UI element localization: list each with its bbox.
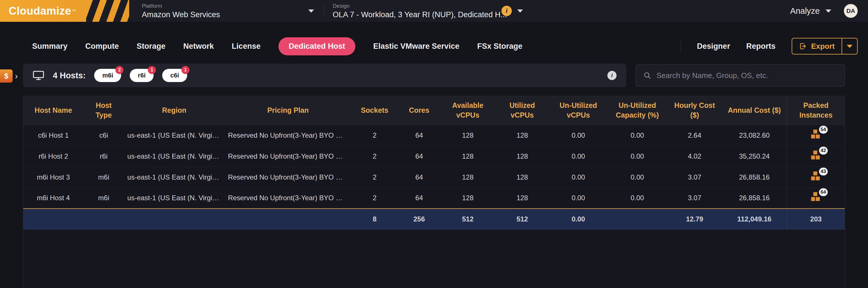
tab-compute[interactable]: Compute [85,37,119,55]
tab-network[interactable]: Network [183,37,214,55]
column-header-sockets[interactable]: Sockets [352,96,398,125]
totals-empty-cell [23,209,352,229]
user-avatar[interactable]: DA [844,4,858,18]
column-header-pricing-plan[interactable]: Pricing Plan [224,96,352,125]
design-selector[interactable]: Design OLA 7 - Workload, 3 Year RI (NUP)… [333,3,493,19]
reports-link[interactable]: Reports [746,42,776,51]
totals-utilized-vcpus: 512 [495,209,550,229]
pill-label: m6i [102,72,113,79]
chevron-right-icon[interactable]: › [15,72,18,80]
table-row[interactable]: m6i Host 3 m6i us-east-1 (US East (N. Vi… [23,167,845,188]
column-header-annual-cost[interactable]: Annual Cost ($) [722,96,787,125]
hosts-count-label: 4 Hosts: [53,71,86,80]
cost-panel-toggle[interactable]: $ › [0,69,18,83]
cell-packed-instances[interactable]: 43 [787,167,845,188]
analyze-menu[interactable]: Analyze [790,6,820,16]
dollar-icon[interactable]: $ [0,69,12,83]
cell-pricing-plan: Reserved No Upfront(3-Year) BYO MSFT... [224,188,352,209]
totals-unutilized-vcpus: 0.00 [549,209,607,229]
cell-host-name: m6i Host 3 [23,167,84,188]
export-label: Export [811,42,835,51]
cell-unutilized-vcpus: 0.00 [549,146,607,167]
column-header-unutilized-capacity[interactable]: Un-Utilized Capacity (%) [607,96,668,125]
cell-host-type: c6i [84,125,124,146]
table-header-row: Host Name Host Type Region Pricing Plan … [23,96,845,125]
cell-cores: 64 [398,167,441,188]
host-monitor-icon [33,70,44,80]
platform-selector[interactable]: Platform Amazon Web Services [142,3,314,19]
tab-dedicated-host[interactable]: Dedicated Host [278,37,355,55]
pill-count-badge: 1 [181,66,189,74]
cell-host-type: m6i [84,188,124,209]
column-header-utilized-vcpus[interactable]: Utilized vCPUs [495,96,550,125]
cell-host-name: m6i Host 4 [23,188,84,209]
cell-annual-cost: 26,858.16 [722,167,787,188]
cell-cores: 64 [398,125,441,146]
cell-region: us-east-1 (US East (N. Virginia)) [124,188,225,209]
cell-host-name: r6i Host 2 [23,146,84,167]
cell-hourly-cost: 2.64 [668,125,722,146]
column-header-host-type[interactable]: Host Type [84,96,124,125]
designer-link[interactable]: Designer [697,42,730,51]
export-icon [799,42,807,50]
cell-unutilized-capacity: 0.00 [607,146,668,167]
cell-packed-instances[interactable]: 64 [787,188,845,209]
table-row[interactable]: m6i Host 4 m6i us-east-1 (US East (N. Vi… [23,188,845,209]
cell-sockets: 2 [352,125,398,146]
cell-pricing-plan: Reserved No Upfront(3-Year) BYO MSFT... [224,125,352,146]
totals-annual-cost: 112,049.16 [722,209,787,229]
cell-hourly-cost: 3.07 [668,167,722,188]
column-header-unutilized-vcpus[interactable]: Un-Utilized vCPUs [549,96,607,125]
column-header-packed-instances[interactable]: Packed Instances [787,96,845,125]
cell-packed-instances[interactable]: 42 [787,146,845,167]
export-main-action[interactable]: Export [792,38,842,54]
cell-sockets: 2 [352,188,398,209]
search-input[interactable] [656,71,837,80]
cell-region: us-east-1 (US East (N. Virginia)) [124,125,225,146]
column-header-hourly-cost[interactable]: Hourly Cost ($) [668,96,722,125]
column-header-available-vcpus[interactable]: Available vCPUs [441,96,495,125]
chevron-down-icon[interactable] [826,9,831,12]
export-dropdown-toggle[interactable] [842,38,857,54]
cell-cores: 64 [398,146,441,167]
export-button[interactable]: Export [792,38,858,55]
tab-fsx-storage[interactable]: FSx Storage [477,37,522,55]
cell-available-vcpus: 128 [441,188,495,209]
table-row[interactable]: c6i Host 1 c6i us-east-1 (US East (N. Vi… [23,125,845,146]
cell-hourly-cost: 4.02 [668,146,722,167]
host-type-pill-r6i[interactable]: r6i 1 [130,69,154,82]
cell-packed-instances[interactable]: 54 [787,125,845,146]
column-header-region[interactable]: Region [124,96,225,125]
cell-unutilized-vcpus: 0.00 [549,125,607,146]
table-row[interactable]: r6i Host 2 r6i us-east-1 (US East (N. Vi… [23,146,845,167]
cell-hourly-cost: 3.07 [668,188,722,209]
chevron-down-icon[interactable] [517,9,523,12]
host-type-pill-m6i[interactable]: m6i 2 [94,69,121,82]
tab-storage[interactable]: Storage [136,37,166,55]
design-label: Design [333,3,507,9]
cell-utilized-vcpus: 128 [495,167,550,188]
chevron-down-icon[interactable] [308,9,314,12]
totals-cores: 256 [398,209,441,229]
cell-region: us-east-1 (US East (N. Virginia)) [124,167,225,188]
logo-text: Cloudamize [9,5,71,17]
cloudamize-logo[interactable]: Cloudamize™ [0,0,129,22]
cell-utilized-vcpus: 128 [495,146,550,167]
info-icon[interactable]: i [501,6,512,16]
column-header-host-name[interactable]: Host Name [23,96,84,125]
tab-summary[interactable]: Summary [32,37,67,55]
column-header-cores[interactable]: Cores [398,96,441,125]
tab-license[interactable]: License [231,37,260,55]
cell-available-vcpus: 128 [441,146,495,167]
cell-available-vcpus: 128 [441,167,495,188]
host-type-pill-c6i[interactable]: c6i 1 [162,69,187,82]
cell-unutilized-capacity: 0.00 [607,188,668,209]
chevron-down-icon [847,45,852,48]
info-icon[interactable]: i [608,71,617,80]
search-box[interactable] [636,64,845,87]
tab-elastic-vmware-service[interactable]: Elastic VMware Service [373,37,459,55]
packed-count-badge: 43 [819,167,828,175]
hosts-summary-panel: 4 Hosts: m6i 2 r6i 1 c6i 1 i [23,64,626,87]
tab-list: Summary Compute Storage Network License … [32,37,522,55]
topbar-divider [324,5,324,17]
